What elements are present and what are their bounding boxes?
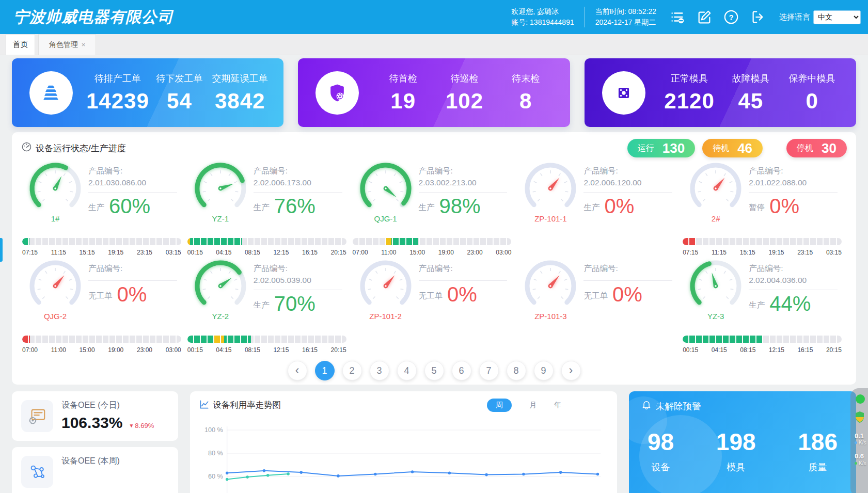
alerts-title-text: 未解除预警 [656,400,701,412]
machine-status-label: 生产 [749,300,765,313]
kpi-label: 正常模具 [659,72,720,85]
machine-progress-value: 98% [439,196,481,216]
utilization-chart-card: 设备利用率走势图 周 月 年 100 %80 %60 % [190,391,617,493]
page-button-8[interactable]: 8 [507,361,526,380]
time-tick: 20:15 [331,249,346,256]
kpi-item: 待下发工单54 [149,72,210,114]
machine-gauge: QJG-1 [353,160,419,236]
timeline-bar [187,336,346,343]
page-prev-button[interactable]: ‹ [288,361,307,380]
edit-icon[interactable] [697,9,712,25]
machine-cell-QJG-2: QJG-2产品编号:无工单0%07:0011:0015:0019:0023:00… [21,257,186,354]
timeline-ticks: 00:1504:1508:1512:1516:1520:15 [683,346,842,354]
task-list-icon[interactable] [670,9,685,25]
svg-text:80 %: 80 % [208,449,223,457]
machine-status-label: 生产 [419,202,435,216]
tab-home[interactable]: 首页 [6,34,35,55]
timeline-ticks: 00:1504:1508:1512:1516:1520:15 [187,249,346,256]
divider [88,280,177,281]
timeline-segment [187,238,190,245]
machine-status-label: 暂停 [749,202,765,216]
badge-label: 运行 [638,143,654,154]
timeline-ticks: 00:1504:1508:1512:1516:1520:15 [187,346,346,354]
timeline-ticks: 07:0011:0015:0019:0023:0003:00 [353,249,512,256]
language-select[interactable]: 中文 [813,10,861,24]
machine-cell-QJG-1: QJG-1产品编号:2.03.002.213.00生产98%07:0011:00… [352,160,517,256]
utilization-chart-title: 设备利用率走势图 [199,400,281,411]
tab-role-label: 角色管理 [49,40,78,50]
header-toolbar: ? [670,9,766,25]
badge-standby: 待机46 [702,139,763,157]
down-arrow-icon: ▼ [129,423,134,428]
timeline-bar [683,336,842,343]
kpi-item: 交期延误工单3842 [210,72,270,114]
period-tab-week[interactable]: 周 [487,399,512,412]
language-area: 选择语言 中文 [779,10,861,24]
alert-item-模具: 198模具 [716,428,756,473]
kpi-label: 保养中模具 [781,72,843,85]
period-tab-year[interactable]: 年 [554,401,561,410]
machine-gauge: 1# [22,160,88,236]
alert-count: 186 [798,428,838,456]
user-block: 欢迎您, 宓璐冰 账号: 13819444891 [511,6,574,28]
help-icon[interactable]: ? [723,9,739,25]
divider [88,192,177,193]
gauge-dial [354,257,418,314]
time-tick: 07:15 [683,249,698,256]
page-button-1[interactable]: 1 [315,361,335,380]
time-tick: 11:15 [712,249,727,256]
page-button-6[interactable]: 6 [452,361,471,380]
machine-status-label: 生产 [254,202,270,216]
time-tick: 04:15 [712,346,727,354]
page-button-4[interactable]: 4 [397,361,417,380]
machine-cell-ZP-101-1: ZP-101-1产品编号:2.02.006.120.00生产0% [516,160,682,256]
timeline-segment [224,336,251,343]
gauge-dial [23,160,87,216]
product-code-label: 产品编号: [419,263,512,274]
kpi-value: 19 [372,89,434,114]
time-tick: 23:15 [137,249,152,256]
tab-close-icon[interactable]: × [82,41,86,49]
machine-progress-value: 60% [109,196,150,216]
time-tick: 19:00 [438,249,454,256]
utilization-chart-svg: 100 %80 %60 % [199,412,608,493]
equipment-panel-title: 设备运行状态/生产进度 [21,141,126,155]
page-next-button[interactable]: › [561,361,581,380]
tab-role-management[interactable]: 角色管理 × [38,34,96,55]
time-tick: 15:15 [740,249,755,256]
kpi-label: 故障模具 [720,72,781,85]
time-tick: 08:15 [245,249,260,256]
period-tab-month[interactable]: 月 [529,401,536,410]
shield-icon [855,411,865,425]
kpi-value: 54 [149,89,210,114]
machine-gauge: ZP-101-3 [517,257,583,333]
page-button-3[interactable]: 3 [370,361,389,380]
layers-icon [29,71,73,115]
kpi-value: 14239 [86,89,149,114]
utilization-chart-title-text: 设备利用率走势图 [213,400,281,411]
sidebar-handle[interactable] [0,238,3,262]
machine-progress-value: 0% [604,196,634,216]
time-tick: 23:00 [137,346,152,354]
gauge-grid: 1#产品编号:2.01.030.086.00生产60%07:1511:1515:… [21,160,847,354]
product-code-label: 产品编号: [254,166,346,177]
time-tick: 12:15 [273,249,289,256]
page-button-7[interactable]: 7 [479,361,499,380]
badge-value: 46 [737,140,752,156]
logout-icon[interactable] [750,9,766,25]
floating-speed-widget[interactable]: 0.1 K/s 0.6 K/s [850,388,868,493]
time-tick: 15:00 [80,346,95,354]
equipment-panel-title-text: 设备运行状态/生产进度 [36,142,126,154]
page-button-9[interactable]: 9 [534,361,554,380]
machine-info: 产品编号:2.03.002.213.00生产98% [419,160,512,236]
page-button-2[interactable]: 2 [342,361,362,380]
time-tick: 15:00 [409,249,425,256]
time-tick: 03:15 [166,249,181,256]
page-button-5[interactable]: 5 [424,361,444,380]
timeline-ticks: 07:1511:1515:1519:1523:1503:15 [683,249,842,256]
current-date: 2024-12-17 星期二 [595,17,656,28]
oee-today-delta: ▼ 8.69% [129,422,154,431]
product-code-value: 2.02.006.120.00 [583,178,661,187]
oee-today-delta-value: 8.69% [135,422,154,430]
product-code-label: 产品编号: [88,263,181,274]
